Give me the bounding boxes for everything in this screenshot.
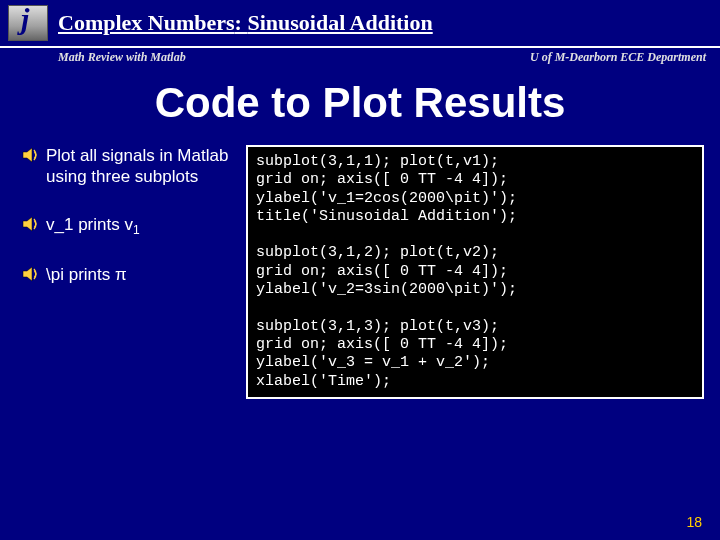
bullet-item: v_1 prints v1 bbox=[24, 214, 234, 238]
header-bar: Complex Numbers: Sinusoidal Addition bbox=[0, 0, 720, 48]
bullet-item: Plot all signals in Matlab using three s… bbox=[24, 145, 234, 188]
sub-header: Math Review with Matlab U of M-Dearborn … bbox=[0, 48, 720, 69]
svg-marker-1 bbox=[23, 217, 32, 231]
bullet-list: Plot all signals in Matlab using three s… bbox=[24, 145, 234, 399]
slide-title: Code to Plot Results bbox=[0, 79, 720, 127]
content-area: Plot all signals in Matlab using three s… bbox=[0, 145, 720, 399]
logo-j-icon bbox=[8, 5, 48, 41]
bullet-text: v_1 prints v1 bbox=[46, 215, 140, 234]
bullet-sound-icon bbox=[22, 216, 40, 232]
bullet-sound-icon bbox=[22, 147, 40, 163]
svg-marker-0 bbox=[23, 148, 32, 162]
page-number: 18 bbox=[686, 514, 702, 530]
bullet-sound-icon bbox=[22, 266, 40, 282]
subheader-right: U of M-Dearborn ECE Department bbox=[530, 50, 706, 65]
header-title: Complex Numbers: Sinusoidal Addition bbox=[58, 10, 433, 36]
code-block: subplot(3,1,1); plot(t,v1); grid on; axi… bbox=[246, 145, 704, 399]
topic: Complex Numbers bbox=[58, 10, 235, 35]
bullet-text: Plot all signals in Matlab using three s… bbox=[46, 146, 228, 186]
subheader-left: Math Review with Matlab bbox=[58, 50, 186, 65]
subtopic: Sinusoidal Addition bbox=[247, 10, 432, 35]
bullet-text: \pi prints π bbox=[46, 265, 127, 284]
bullet-item: \pi prints π bbox=[24, 264, 234, 285]
svg-marker-2 bbox=[23, 267, 32, 281]
